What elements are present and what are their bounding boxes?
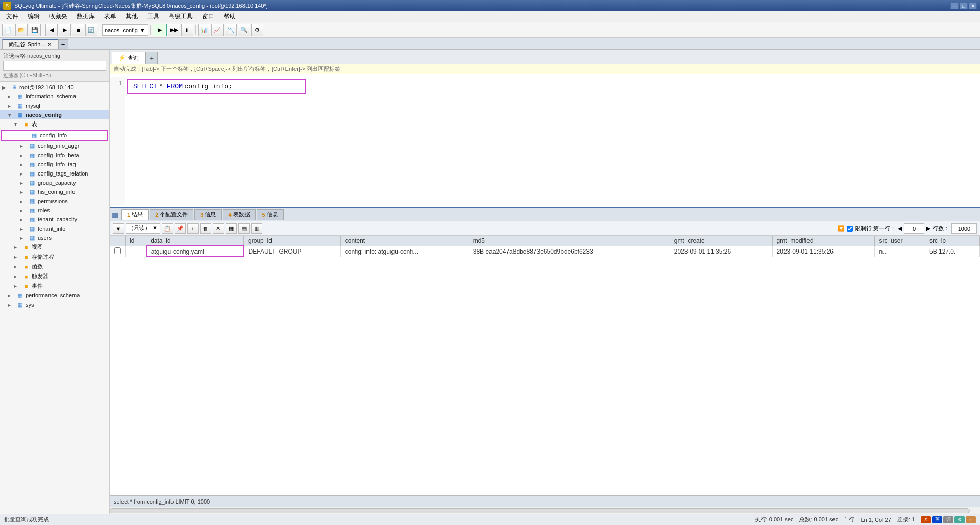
col-header-gmt-modified[interactable]: gmt_modified [772,236,875,246]
result-mode-dropdown[interactable]: （只读） ▼ [126,223,160,234]
result-btn-delete[interactable]: 🗑 [200,223,211,234]
tree-table-tenant-capacity[interactable]: ▸ ▦ tenant_capacity [0,215,109,224]
result-tab-2[interactable]: 2 个配置文件 [150,209,193,220]
next-page-icon[interactable]: ▶ [926,225,930,232]
toolbar-stop[interactable]: ⏹ [72,24,84,36]
result-mode-arrow: ▼ [152,224,158,231]
result-btn-add[interactable]: + [187,223,199,234]
limit-checkbox[interactable] [847,226,853,232]
toolbar-btn-9[interactable]: ⚙ [251,24,263,36]
tree-db-sys[interactable]: ▸ ▦ sys [0,300,109,309]
tree-folder-triggers[interactable]: ▸ ■ 触发器 [0,271,109,281]
col-header-gmt-create[interactable]: gmt_create [670,236,772,246]
tree-db-performance[interactable]: ▸ ▦ performance_schema [0,291,109,300]
tree-table-tenant-info[interactable]: ▸ ▦ tenant_info [0,224,109,233]
menu-table[interactable]: 表单 [100,11,120,22]
tree-table-roles[interactable]: ▸ ▦ roles [0,206,109,215]
tree-table-group-capacity[interactable]: ▸ ▦ group_capacity [0,178,109,187]
menu-tools[interactable]: 工具 [143,11,163,22]
connection-tab-close-icon[interactable]: ✕ [47,42,52,47]
toolbar-btn-7[interactable]: 📉 [225,24,237,36]
toolbar-btn-8[interactable]: 🔍 [238,24,250,36]
col-header-md5[interactable]: md5 [469,236,670,246]
toolbar-btn-6[interactable]: 📈 [211,24,224,36]
col-header-src-user[interactable]: src_user [875,236,925,246]
add-query-tab-button[interactable]: + [145,52,158,64]
expand-tenant-cap-icon: ▸ [20,217,27,222]
tree-table-config-info-beta[interactable]: ▸ ▦ config_info_beta [0,151,109,160]
horizontal-scrollbar[interactable] [110,507,980,514]
close-button[interactable]: ✕ [969,2,977,9]
query-tab-main[interactable]: ⚡ 查询 [112,52,145,64]
result-btn-2[interactable]: ▤ [238,223,250,234]
table-filter-input[interactable] [3,61,106,71]
result-tab-4[interactable]: 4 表数据 [223,209,255,220]
menu-help[interactable]: 帮助 [219,11,240,22]
limit-start-input[interactable] [904,223,924,234]
col-header-content[interactable]: content [340,236,469,246]
result-btn-select[interactable]: ▼ [113,223,124,234]
col-header-src-ip[interactable]: src_ip [925,236,980,246]
menu-favorites[interactable]: 收藏夹 [45,11,71,22]
menu-window[interactable]: 窗口 [198,11,218,22]
table-row[interactable]: atguigu-config.yaml DEFAULT_GROUP config… [110,246,980,257]
toolbar-execute[interactable]: ▶ [153,24,167,36]
connection-tab-main[interactable]: 尚硅谷-Sprin... ✕ [2,39,58,49]
rows-count-input[interactable] [951,223,977,234]
menu-edit[interactable]: 编辑 [23,11,44,22]
result-btn-3[interactable]: ▥ [251,223,262,234]
toolbar-save[interactable]: 💾 [29,24,41,36]
db-selector[interactable]: nacos_config ▼ [102,24,148,36]
expand-perf-icon: ▸ [8,293,14,298]
cell-checkbox[interactable] [110,246,126,257]
tree-table-config-info-aggr[interactable]: ▸ ▦ config_info_aggr [0,141,109,151]
tree-db-nacos-config[interactable]: ▾ ▦ nacos_config [0,110,109,119]
result-tab-1[interactable]: 1 结果 [121,209,149,220]
result-btn-copy[interactable]: 📋 [162,223,173,234]
result-btn-paste[interactable]: 📌 [175,223,186,234]
sql-editor-box[interactable]: SELECT * FROM config_info; [127,79,306,94]
col-header-data-id[interactable]: data_id [146,236,244,246]
tree-table-his-config-info[interactable]: ▸ ▦ his_config_info [0,187,109,196]
result-btn-cancel[interactable]: ✕ [213,223,224,234]
minimize-button[interactable]: ─ [950,2,959,9]
tree-table-config-info[interactable]: ▦ config_info [1,130,108,141]
row-checkbox[interactable] [114,247,121,254]
toolbar-btn-5[interactable]: 📊 [198,24,210,36]
toolbar-open[interactable]: 📂 [15,24,28,36]
toolbar-back[interactable]: ◀ [45,24,58,36]
tree-table-users[interactable]: ▸ ▦ users [0,233,109,242]
col-header-id[interactable]: id [126,236,146,246]
toolbar-execute-all[interactable]: ▶▶ [168,24,180,36]
menu-file[interactable]: 文件 [2,11,22,22]
tree-folder-functions[interactable]: ▸ ■ 函数 [0,262,109,271]
col-header-group-id[interactable]: group_id [244,236,341,246]
restore-button[interactable]: □ [960,2,968,9]
tree-table-config-tags-relation[interactable]: ▸ ▦ config_tags_relation [0,169,109,178]
menu-advanced[interactable]: 高级工具 [164,11,197,22]
toolbar-refresh[interactable]: 🔄 [85,24,97,36]
tree-db-information-schema[interactable]: ▸ ▦ information_schema [0,92,109,101]
result-btn-1[interactable]: ▦ [226,223,237,234]
menu-database[interactable]: 数据库 [72,11,99,22]
tree-table-permissions[interactable]: ▸ ▦ permissions [0,196,109,206]
expand-trig-icon: ▸ [14,273,20,279]
result-tab-5[interactable]: 5 信息 [257,209,284,220]
tree-folder-events[interactable]: ▸ ■ 事件 [0,281,109,291]
result-tab-3[interactable]: 3 信息 [194,209,222,220]
tree-table-config-info-tag[interactable]: ▸ ▦ config_info_tag [0,160,109,169]
tree-server[interactable]: ▶ 🖥 root@192.168.10.140 [0,83,109,92]
toolbar-new[interactable]: 📄 [2,24,14,36]
tree-folder-tables[interactable]: ▾ ■ 表 [0,119,109,129]
tree-db-mysql[interactable]: ▸ ▦ mysql [0,101,109,110]
prev-page-icon[interactable]: ◀ [898,225,902,232]
tree-folder-procedures[interactable]: ▸ ■ 存储过程 [0,252,109,262]
exec-time: 执行: 0.001 sec [755,516,794,523]
toolbar-stop-query[interactable]: ⏸ [181,24,193,36]
result-mode-value: （只读） [128,224,151,231]
add-connection-button[interactable]: + [58,39,68,49]
menu-other[interactable]: 其他 [121,11,142,22]
db-information-schema-label: information_schema [26,93,76,99]
toolbar-forward[interactable]: ▶ [59,24,71,36]
tree-folder-views[interactable]: ▸ ■ 视图 [0,242,109,252]
